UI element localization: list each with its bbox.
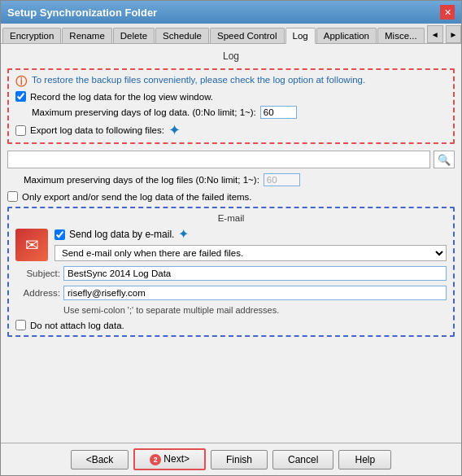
tab-speed-control[interactable]: Speed Control bbox=[210, 28, 285, 43]
subject-label: Subject: bbox=[15, 269, 60, 278]
next-badge: 2 bbox=[150, 454, 161, 465]
send-star-icon: ✦ bbox=[178, 228, 189, 241]
email-section-title: E-mail bbox=[15, 213, 447, 223]
bottom-bar: <Back 2Next> Finish Cancel Help bbox=[1, 443, 461, 475]
max-days-input[interactable] bbox=[260, 106, 297, 119]
tab-nav-prev[interactable]: ◄ bbox=[427, 25, 443, 43]
send-checkbox[interactable] bbox=[54, 229, 65, 240]
subject-row: Subject: bbox=[15, 266, 447, 281]
magnifier-icon: 🔍 bbox=[438, 154, 451, 166]
title-bar: Setup Synchronization Folder ✕ bbox=[1, 1, 461, 24]
cancel-button[interactable]: Cancel bbox=[272, 450, 333, 469]
record-checkbox-row: Record the log data for the log view win… bbox=[15, 91, 447, 102]
tab-nav-next[interactable]: ► bbox=[446, 25, 462, 43]
only-export-label: Only export and/or send the log data of … bbox=[22, 192, 252, 202]
address-label: Address: bbox=[15, 288, 60, 298]
address-row: Address: bbox=[15, 286, 447, 300]
email-right-panel: Send log data by e-mail. ✦ Send e-mail o… bbox=[54, 228, 447, 261]
email-icon: ✉ bbox=[15, 229, 48, 261]
max-log-files-label: Maximum preserving days of the log files… bbox=[24, 175, 259, 185]
record-label: Record the log data for the log view win… bbox=[30, 92, 213, 102]
info-row: ⓘ To restore the backup files convenient… bbox=[15, 75, 447, 87]
next-label: Next> bbox=[163, 453, 190, 465]
max-days-row: Maximum preserving days of log data. (0:… bbox=[32, 106, 447, 119]
max-days-label: Maximum preserving days of log data. (0:… bbox=[32, 107, 256, 117]
only-export-checkbox[interactable] bbox=[7, 191, 18, 202]
finish-button[interactable]: Finish bbox=[211, 450, 268, 469]
tab-application[interactable]: Application bbox=[316, 28, 377, 43]
email-frequency-dropdown[interactable]: Send e-mail only when there are failed f… bbox=[54, 245, 447, 261]
max-log-files-input[interactable] bbox=[264, 173, 300, 186]
tab-rename[interactable]: Rename bbox=[62, 28, 111, 43]
email-envelope-icon: ✉ bbox=[25, 235, 39, 255]
export-checkbox-row: Export log data to following files: ✦ bbox=[15, 123, 447, 138]
file-path-row: 🔍 bbox=[7, 151, 455, 168]
no-attach-row: Do not attach log data. bbox=[15, 320, 447, 330]
address-input[interactable] bbox=[63, 286, 447, 300]
window-title: Setup Synchronization Folder bbox=[7, 7, 157, 19]
tab-encryption[interactable]: Encryption bbox=[2, 28, 61, 43]
main-window: Setup Synchronization Folder ✕ Encryptio… bbox=[0, 0, 462, 476]
tab-bar: Encryption Rename Delete Schedule Speed … bbox=[1, 24, 461, 44]
file-path-input[interactable] bbox=[7, 151, 430, 168]
tab-delete[interactable]: Delete bbox=[113, 28, 155, 43]
tab-log[interactable]: Log bbox=[285, 28, 316, 44]
no-attach-label: Do not attach log data. bbox=[30, 321, 124, 330]
log-options-box: ⓘ To restore the backup files convenient… bbox=[7, 68, 455, 144]
help-button[interactable]: Help bbox=[338, 450, 391, 469]
content-area: Log ⓘ To restore the backup files conven… bbox=[1, 44, 461, 443]
max-log-files-row: Maximum preserving days of the log files… bbox=[24, 173, 455, 186]
info-icon: ⓘ bbox=[15, 76, 27, 87]
email-dropdown-row: Send e-mail only when there are failed f… bbox=[54, 245, 447, 261]
info-text: To restore the backup files conveniently… bbox=[32, 75, 365, 85]
close-button[interactable]: ✕ bbox=[440, 5, 455, 20]
only-export-row: Only export and/or send the log data of … bbox=[7, 191, 455, 202]
subject-input[interactable] bbox=[63, 266, 447, 281]
email-hint: Use semi-colon ';' to separate multiple … bbox=[63, 305, 447, 315]
send-checkbox-row: Send log data by e-mail. ✦ bbox=[54, 228, 447, 241]
email-header-row: ✉ Send log data by e-mail. ✦ Send e-mail… bbox=[15, 228, 447, 261]
export-label: Export log data to following files: bbox=[30, 125, 164, 135]
send-label: Send log data by e-mail. bbox=[69, 229, 174, 240]
tab-schedule[interactable]: Schedule bbox=[155, 28, 209, 43]
browse-button[interactable]: 🔍 bbox=[434, 151, 455, 168]
record-checkbox[interactable] bbox=[15, 91, 26, 102]
tab-misc[interactable]: Misce... bbox=[377, 28, 425, 43]
email-box: E-mail ✉ Send log data by e-mail. ✦ Send… bbox=[7, 207, 455, 337]
export-checkbox[interactable] bbox=[15, 125, 26, 136]
export-star-icon: ✦ bbox=[168, 123, 181, 138]
no-attach-checkbox[interactable] bbox=[15, 320, 26, 330]
next-button[interactable]: 2Next> bbox=[133, 448, 206, 470]
log-section-title: Log bbox=[7, 50, 455, 62]
back-button[interactable]: <Back bbox=[71, 450, 129, 469]
